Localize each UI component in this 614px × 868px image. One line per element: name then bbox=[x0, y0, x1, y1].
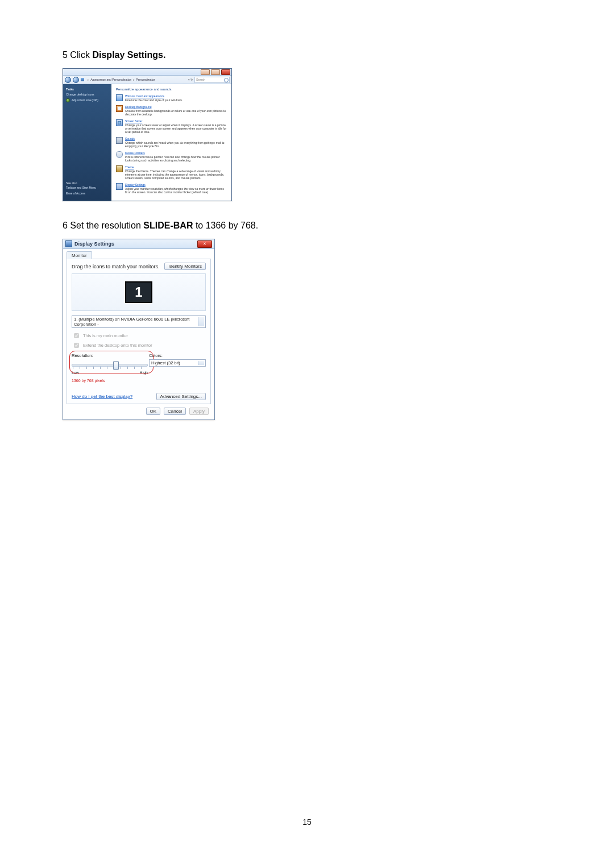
control-panel-icon bbox=[81, 78, 84, 81]
chk-main-monitor-input bbox=[74, 333, 79, 338]
item-window-color[interactable]: Window Color and Appearance Fine tune th… bbox=[116, 94, 227, 102]
item-mouse-pointers[interactable]: Mouse Pointers Pick a different mouse po… bbox=[116, 151, 227, 162]
monitor-icon bbox=[116, 94, 123, 101]
close-button[interactable]: ✕ bbox=[197, 240, 212, 248]
drag-instruction: Drag the icons to match your monitors. bbox=[72, 264, 160, 269]
picture-icon bbox=[116, 105, 123, 112]
tasks-heading: Tasks bbox=[66, 88, 109, 91]
window-titlebar: Display Settings ✕ bbox=[63, 239, 214, 249]
item-theme[interactable]: Theme Change the theme. Themes can chang… bbox=[116, 165, 227, 180]
item-sounds[interactable]: Sounds Change which sounds are heard whe… bbox=[116, 137, 227, 148]
chk-extend-desktop: Extend the desktop onto this monitor bbox=[72, 341, 206, 350]
window-title: Display Settings bbox=[74, 241, 197, 247]
breadcrumb[interactable]: ▸ Appearance and Personalization ▸ Perso… bbox=[87, 78, 186, 81]
personalization-content: Personalize appearance and sounds Window… bbox=[111, 84, 231, 201]
cancel-button[interactable]: Cancel bbox=[164, 408, 186, 415]
monitor-panel: Drag the icons to match your monitors. I… bbox=[67, 259, 211, 404]
resolution-slider[interactable]: Low High bbox=[72, 359, 148, 369]
control-panel-window: ▸ Appearance and Personalization ▸ Perso… bbox=[63, 68, 232, 201]
monitor-arrangement[interactable]: 1 bbox=[72, 273, 206, 311]
address-bar: ▸ Appearance and Personalization ▸ Perso… bbox=[63, 76, 231, 84]
advanced-settings-button[interactable]: Advanced Settings... bbox=[156, 393, 206, 400]
content-heading: Personalize appearance and sounds bbox=[116, 88, 227, 91]
step-5: 5 Click Display Settings. bbox=[63, 50, 551, 60]
sidebar-link-desktop-icons[interactable]: Change desktop icons bbox=[66, 93, 109, 96]
step-6: 6 Set the resolution SLIDE-BAR to 1366 b… bbox=[63, 221, 551, 231]
back-button[interactable] bbox=[65, 77, 71, 83]
item-screen-saver[interactable]: Screen Saver Change your screen saver or… bbox=[116, 119, 227, 134]
minimize-button[interactable] bbox=[201, 69, 210, 75]
item-desktop-background[interactable]: Desktop Background Choose from available… bbox=[116, 105, 227, 116]
item-display-settings[interactable]: Display Settings Adjust your monitor res… bbox=[116, 183, 227, 194]
sidebar-link-font-size[interactable]: Adjust font size (DPI) bbox=[66, 98, 109, 102]
display-icon bbox=[116, 183, 123, 190]
mouse-icon bbox=[116, 151, 123, 158]
chk-extend-desktop-input bbox=[74, 343, 79, 348]
see-also-heading: See also bbox=[66, 181, 109, 185]
sidebar-link-taskbar[interactable]: Taskbar and Start Menu bbox=[66, 186, 109, 189]
step-number: 6 bbox=[63, 221, 68, 230]
step-number: 5 bbox=[63, 50, 68, 60]
window-titlebar bbox=[63, 69, 231, 76]
tasks-sidebar: Tasks Change desktop icons Adjust font s… bbox=[63, 84, 111, 201]
help-link[interactable]: How do I get the best display? bbox=[72, 394, 132, 399]
close-button[interactable] bbox=[221, 69, 230, 75]
sidebar-link-ease[interactable]: Ease of Access bbox=[66, 192, 109, 195]
chk-main-monitor: This is my main monitor bbox=[72, 331, 206, 340]
slider-thumb[interactable] bbox=[113, 361, 119, 370]
maximize-button[interactable] bbox=[211, 69, 220, 75]
apply-button: Apply bbox=[189, 408, 209, 415]
theme-icon bbox=[116, 165, 123, 172]
ok-button[interactable]: OK bbox=[146, 408, 161, 415]
tab-monitor[interactable]: Monitor bbox=[67, 251, 92, 259]
page-number: 15 bbox=[0, 817, 614, 827]
monitor-1[interactable]: 1 bbox=[125, 281, 152, 303]
identify-monitors-button[interactable]: Identify Monitors bbox=[164, 263, 206, 270]
monitor-select[interactable]: 1. (Multiple Monitors) on NVIDIA GeForce… bbox=[72, 315, 206, 328]
screensaver-icon bbox=[116, 119, 123, 126]
forward-button[interactable] bbox=[73, 77, 79, 83]
search-input[interactable]: Search bbox=[194, 77, 230, 83]
resolution-label: Resolution: bbox=[72, 353, 148, 358]
speaker-icon bbox=[116, 137, 123, 144]
colors-select[interactable]: Highest (32 bit) bbox=[149, 359, 206, 367]
display-icon bbox=[65, 240, 72, 247]
display-settings-window: Display Settings ✕ Monitor Drag the icon… bbox=[63, 239, 215, 420]
colors-label: Colors: bbox=[149, 353, 206, 358]
search-icon bbox=[224, 78, 229, 82]
resolution-value: 1366 by 768 pixels bbox=[72, 379, 148, 383]
